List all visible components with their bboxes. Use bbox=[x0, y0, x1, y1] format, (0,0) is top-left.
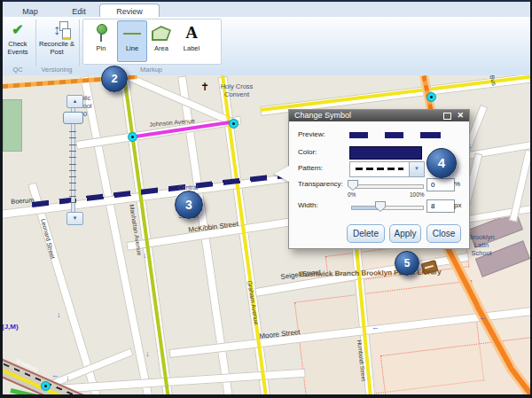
oneway-arrow-icon: ↓ bbox=[57, 310, 61, 319]
dialog-title: Change Symbol bbox=[294, 111, 351, 120]
zoom-tick bbox=[69, 190, 76, 191]
ribbon: ✔ Check Events QC ↕ Reconcile & Post Ver… bbox=[0, 17, 532, 76]
reconcile-icon: ↕ bbox=[38, 20, 75, 40]
zoom-in-button[interactable]: ▲ bbox=[66, 95, 83, 108]
markup-tools-panel: Pin Line Area A Label bbox=[82, 19, 222, 65]
close-button[interactable]: Close bbox=[426, 224, 461, 243]
line-icon bbox=[118, 21, 146, 44]
callout-badge-5: 5 bbox=[395, 251, 419, 276]
slider-max-label: 100% bbox=[410, 191, 425, 198]
pattern-sample bbox=[356, 168, 403, 170]
group-divider bbox=[79, 20, 80, 66]
reconcile-post-button[interactable]: ↕ Reconcile & Post bbox=[38, 20, 75, 57]
vertex-dot bbox=[128, 132, 137, 142]
label-a-icon: A bbox=[177, 21, 206, 44]
symbol-preview-dash bbox=[385, 132, 403, 138]
transparency-input[interactable] bbox=[426, 178, 455, 191]
group-label-versioning: Versioning bbox=[36, 66, 77, 74]
change-symbol-dialog: Change Symbol ✕ Preview: Color: Pattern:… bbox=[288, 109, 470, 249]
area-tool-button[interactable]: Area bbox=[147, 21, 176, 61]
transparency-label: Transparency: bbox=[298, 180, 343, 188]
preview-label: Preview: bbox=[298, 130, 325, 138]
zoom-tick bbox=[69, 202, 76, 203]
park-area bbox=[3, 99, 22, 152]
zoom-tick bbox=[69, 151, 76, 152]
vertex-dot bbox=[229, 119, 239, 129]
label-tool-button[interactable]: A Label bbox=[177, 21, 206, 61]
group-divider bbox=[35, 20, 36, 66]
symbol-preview-dash bbox=[349, 132, 368, 138]
color-label: Color: bbox=[298, 148, 317, 156]
dialog-leader-arrow bbox=[274, 166, 289, 182]
color-swatch[interactable] bbox=[349, 146, 422, 160]
application-window: Map Edit Review ✔ Check Events QC ↕ Reco… bbox=[0, 0, 532, 398]
map-label: (J,M) bbox=[3, 323, 28, 331]
window-border bbox=[0, 0, 3, 398]
zoom-tick bbox=[69, 131, 76, 132]
oneway-arrow-icon: ← bbox=[372, 323, 379, 332]
width-input[interactable] bbox=[426, 199, 455, 213]
zoom-tick bbox=[69, 176, 76, 177]
transparency-slider-track[interactable] bbox=[351, 184, 424, 189]
callout-badge-3: 3 bbox=[175, 191, 203, 219]
ribbon-tab-bar: Map Edit Review bbox=[0, 0, 532, 19]
line-tool-button[interactable]: Line bbox=[117, 20, 147, 62]
area-icon bbox=[147, 21, 176, 44]
symbol-preview-dash bbox=[420, 132, 441, 138]
zoom-tick bbox=[69, 164, 76, 165]
slider-min-label: 0% bbox=[348, 191, 356, 198]
zoom-tick bbox=[69, 196, 76, 197]
callout-badge-4: 4 bbox=[426, 148, 457, 178]
group-label-qc: QC bbox=[2, 66, 34, 74]
close-icon[interactable]: ✕ bbox=[457, 110, 464, 121]
maximize-icon[interactable] bbox=[443, 113, 451, 120]
oneway-arrow-icon: ← bbox=[51, 371, 59, 379]
pattern-dropdown[interactable] bbox=[349, 161, 411, 177]
dialog-titlebar[interactable]: Change Symbol ✕ bbox=[289, 110, 469, 121]
width-label: Width: bbox=[298, 201, 318, 209]
zoom-tick bbox=[69, 144, 76, 145]
transparency-slider-handle[interactable] bbox=[348, 180, 358, 191]
map-label: ✝ bbox=[199, 81, 211, 93]
vertex-dot bbox=[41, 381, 51, 391]
checkmark-icon: ✔ bbox=[2, 20, 34, 40]
pattern-dropdown-arrow[interactable]: ▼ bbox=[409, 161, 425, 177]
zoom-tick bbox=[69, 183, 76, 183]
zoom-out-button[interactable]: ▼ bbox=[66, 212, 83, 225]
oneway-arrow-icon: ↓ bbox=[66, 373, 70, 382]
pin-icon bbox=[87, 21, 115, 44]
check-events-button[interactable]: ✔ Check Events bbox=[2, 20, 34, 57]
apply-button[interactable]: Apply bbox=[389, 224, 421, 243]
width-unit: px bbox=[454, 201, 461, 209]
oneway-arrow-icon: ← bbox=[479, 313, 487, 322]
pattern-label: Pattern: bbox=[298, 164, 323, 172]
delete-button[interactable]: Delete bbox=[347, 224, 385, 243]
oneway-arrow-icon: ↓ bbox=[143, 251, 147, 260]
page-icon bbox=[62, 28, 71, 40]
window-border bbox=[0, 394, 532, 398]
zoom-slider-handle[interactable] bbox=[63, 112, 83, 124]
vertex-dot bbox=[426, 92, 436, 102]
callout-badge-2: 2 bbox=[101, 66, 128, 92]
zoom-tick bbox=[69, 137, 76, 138]
zoom-tick bbox=[69, 170, 76, 171]
check-events-label: Check Events bbox=[2, 40, 34, 57]
map-label: Holy Cross Convent bbox=[209, 83, 264, 99]
zoom-tick bbox=[69, 157, 76, 158]
pin-tool-button[interactable]: Pin bbox=[87, 21, 115, 61]
reconcile-post-label: Reconcile & Post bbox=[38, 40, 75, 57]
width-slider-handle[interactable] bbox=[375, 201, 386, 212]
oneway-arrow-icon: ↓ bbox=[145, 349, 150, 358]
transparency-unit: % bbox=[454, 180, 460, 188]
